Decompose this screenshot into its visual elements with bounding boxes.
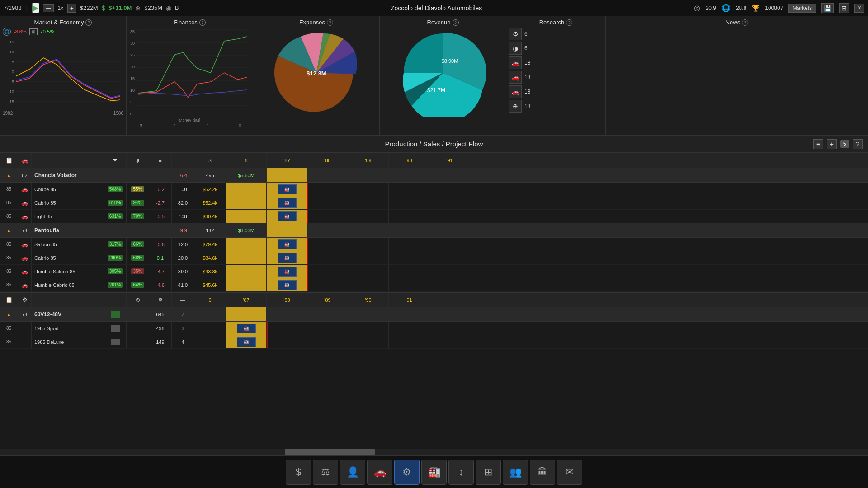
- nav-building-button[interactable]: 🏛: [530, 460, 555, 485]
- row-cabrio85-2[interactable]: 85 🚗 Cabrio 85 290% 68% 0.1 20.0 $84.6k …: [0, 251, 868, 265]
- nav-person-button[interactable]: 👤: [340, 460, 365, 485]
- money1-display: $222M: [80, 5, 98, 11]
- research-val-3: 18: [524, 60, 530, 66]
- nav-car-button[interactable]: 🚗: [367, 460, 392, 485]
- horizontal-scrollbar[interactable]: [0, 449, 868, 455]
- svg-text:10: 10: [9, 50, 14, 54]
- badge1-humble-cabrio85: 261%: [104, 278, 127, 291]
- tl-coupe85-90: [389, 183, 429, 196]
- research-item-3[interactable]: 🚗 18: [509, 56, 603, 69]
- nav-flow-button[interactable]: ↕: [448, 460, 474, 485]
- nav-mail-button[interactable]: ✉: [557, 460, 582, 485]
- nav-factory-button[interactable]: 🏭: [421, 460, 447, 485]
- name-cabrio85-1: Cabrio 85: [32, 196, 104, 209]
- tl-humble-saloon85-91: [429, 265, 470, 278]
- pause-button[interactable]: —: [43, 4, 54, 12]
- row-light85[interactable]: 85 🚗 Light 85 631% 70% -3.5 108 $30.4k 🏭: [0, 210, 868, 223]
- year-1985deluxe: 85: [0, 335, 18, 348]
- name-1985deluxe: 1985 DeLuxe: [32, 335, 104, 348]
- scrollbar-thumb[interactable]: [285, 449, 375, 455]
- nav-balance-button[interactable]: ⚖: [313, 460, 338, 485]
- tl-saloon85-6: [226, 238, 267, 251]
- select-button[interactable]: ⊞: [29, 28, 38, 35]
- name-chancla: Chancla Volador: [32, 168, 104, 182]
- tl-saloon85-91: [429, 238, 470, 251]
- triangle-pantoufla: ▲: [0, 223, 18, 237]
- research-item-4[interactable]: 🚗 18: [509, 71, 603, 84]
- finances-panel: Finances ? 35302520151050: [127, 16, 253, 135]
- tl-1985deluxe-88: [267, 335, 307, 348]
- play-button[interactable]: ▶: [32, 3, 39, 13]
- tl-saloon85-88: [307, 238, 348, 251]
- finances-chart-svg: [138, 28, 247, 116]
- row-1985deluxe[interactable]: 85 1985 DeLuxe 149 4 🏭: [0, 335, 868, 349]
- main-content: Market & Economy ? 🌐 -8.6% ⊞ 70.5%: [0, 16, 868, 455]
- market-chart-svg: 15 10 5 0 -5 -10 -15: [3, 38, 120, 112]
- money-chancla: $5.60M: [226, 168, 267, 182]
- research-item-6[interactable]: ⊕ 18: [509, 100, 603, 113]
- group-chancla-header[interactable]: ▲ 82 Chancla Volador -6.4 496 $5.60M: [0, 168, 868, 183]
- num-humble-cabrio85: 41.0: [172, 278, 194, 291]
- svg-text:0: 0: [12, 70, 14, 74]
- year-pantoufla: 74: [18, 223, 32, 237]
- tl-humble-cabrio85-89: [348, 278, 389, 291]
- eng-col-h-gear: ⚙: [149, 293, 172, 307]
- badge2-humble-cabrio85: 64%: [127, 278, 149, 291]
- row-1985sport[interactable]: 85 1985 Sport 496 3 🏭: [0, 322, 868, 335]
- add-button[interactable]: +: [67, 4, 76, 13]
- badge1-coupe85: 568%: [104, 183, 127, 196]
- row-humble-saloon85[interactable]: 85 🚗 Humble Saloon 85 305% 35% -4.7 39.0…: [0, 265, 868, 278]
- production-header: Production / Sales / Project Flow ≡ + 5 …: [0, 136, 868, 153]
- market-help-icon[interactable]: ?: [85, 19, 92, 26]
- finances-help-icon[interactable]: ?: [199, 19, 206, 26]
- markets-button[interactable]: Markets: [788, 4, 816, 13]
- tl-light85-90: [389, 210, 429, 223]
- row-humble-cabrio85[interactable]: 85 🚗 Humble Cabrio 85 261% 64% -4.6 41.0…: [0, 278, 868, 292]
- research-item-1[interactable]: ⚙ 6: [509, 28, 603, 40]
- col-h-year-6: 6: [226, 153, 267, 168]
- col-h-price: $: [127, 153, 149, 168]
- expenses-help-icon[interactable]: ?: [327, 19, 333, 26]
- close-button[interactable]: ✕: [854, 4, 864, 13]
- revenue-panel: Revenue ? $8.90M $21.7M: [380, 16, 506, 135]
- group-engine-header[interactable]: ▲ 74 60V12-48V 645 7: [0, 307, 868, 322]
- tl-cabrio85-2-90: [389, 251, 429, 264]
- tl-humble-cabrio85-6: [226, 278, 267, 291]
- group-pantoufla-header[interactable]: ▲ 74 Pantoufla -9.9 142 $3.03M: [0, 223, 868, 238]
- tl-1985sport-91: [389, 322, 429, 335]
- research-help-icon[interactable]: ?: [566, 19, 572, 26]
- help-button[interactable]: ?: [853, 139, 863, 149]
- blank-1985sport: [127, 322, 149, 335]
- col-h-summary: 📋: [0, 153, 18, 168]
- grid-top-button[interactable]: ⊞: [839, 3, 849, 13]
- nav-team-button[interactable]: 👥: [503, 460, 528, 485]
- neg-light85: -3.5: [149, 210, 172, 223]
- research-item-5[interactable]: 🚗 18: [509, 85, 603, 98]
- nav-research-button[interactable]: ⚙: [394, 460, 420, 485]
- research-item-2[interactable]: ◑ 6: [509, 42, 603, 55]
- list-view-button[interactable]: ≡: [813, 139, 823, 149]
- finances-chart: [138, 28, 250, 118]
- row-cabrio85-1[interactable]: 85 🚗 Cabrio 85 618% 94% -2.7 82.0 $52.4k…: [0, 196, 868, 210]
- tl-light85-87: 🏭: [267, 210, 307, 223]
- stat1-display: 20.9: [706, 5, 716, 11]
- nav-grid-button[interactable]: ⊞: [476, 460, 501, 485]
- row-coupe85[interactable]: 85 🚗 Coupe 85 568% 55% -0.2 100 $52.2k 🏭: [0, 183, 868, 196]
- save-button[interactable]: 💾: [821, 3, 834, 13]
- revenue-help-icon[interactable]: ?: [453, 19, 459, 26]
- tl-cabrio85-1-87: 🏭: [267, 196, 307, 209]
- stack-pantoufla: [149, 223, 172, 237]
- year-chancla: 82: [18, 168, 32, 182]
- tl-chancla-90: [389, 168, 429, 182]
- rows-container[interactable]: ▲ 82 Chancla Volador -6.4 496 $5.60M 85 …: [0, 168, 868, 448]
- tl-pantoufla-89: [348, 223, 389, 237]
- row-saloon85[interactable]: 85 🚗 Saloon 85 317% 66% -0.6 12.0 $79.4k…: [0, 238, 868, 251]
- tl-1985sport-extra: [429, 322, 470, 335]
- news-panel-title: News ?: [609, 19, 865, 26]
- globe-icon[interactable]: 🌐: [3, 28, 11, 36]
- name-saloon85: Saloon 85: [32, 238, 104, 251]
- add-row-button[interactable]: +: [827, 139, 837, 149]
- icon-1985deluxe: [18, 335, 32, 348]
- nav-finances-button[interactable]: $: [286, 460, 311, 485]
- news-help-icon[interactable]: ?: [742, 19, 748, 26]
